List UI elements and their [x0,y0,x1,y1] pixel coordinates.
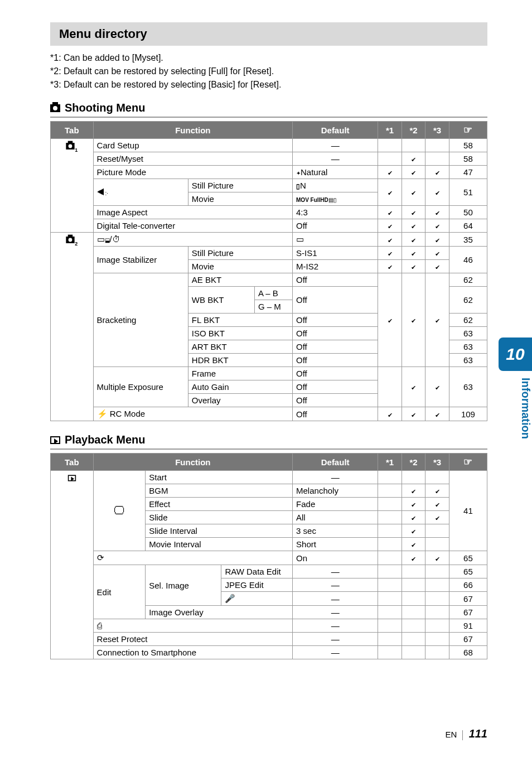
table-header-row: Tab Function Default *1 *2 *3 [51,122,487,139]
check-icon [425,260,449,273]
hdr-ref-icon [449,454,487,471]
table-row: Image Stabilizer Still Picture S-IS1 46 [51,247,487,260]
cell: G – M [254,300,292,314]
cell: Multiple Exposure [93,367,188,407]
cell [425,606,449,619]
table-row: Digital Tele-converter Off 64 [51,219,487,233]
cell [425,619,449,633]
hdr-s2: *2 [402,454,425,471]
cell: ― [293,471,378,484]
cell: Short [293,538,378,551]
shooting-menu-heading: Shooting Menu [50,102,487,118]
cell: 3 sec [293,524,378,538]
cell [402,619,425,633]
cell: Reset/Myset [93,152,292,166]
chapter-tab: 10 Information [499,337,532,483]
cell: 65 [449,551,487,565]
check-icon [425,166,449,179]
table-row: ⟳ On 65 [51,551,487,565]
cell: JPEG Edit [221,578,293,592]
hdr-s1: *1 [378,122,402,139]
cell: 109 [449,407,487,421]
cell: 63 [449,367,487,407]
cell: 63 [449,340,487,354]
cell: Still Picture [188,247,292,260]
cell: Reset Protect [93,633,292,646]
check-icon [378,273,402,367]
table-row: Bracketing AE BKT Off 62 [51,273,487,287]
cell: ― [293,633,378,646]
hdr-default: Default [293,122,378,139]
table-row: 2 ▭⬓/⏱ ▭ 35 [51,233,487,247]
check-icon [378,260,402,273]
cell: Still Picture [188,179,292,192]
cell [378,592,402,606]
cell: Movie Interval [146,538,293,551]
cell [402,633,425,646]
cell [402,565,425,578]
check-icon [402,524,425,538]
check-icon [378,219,402,233]
hdr-s3: *3 [425,454,449,471]
cell: WB BKT [188,287,254,314]
cell: 63 [449,354,487,367]
cell: Off [293,219,378,233]
cell [402,592,425,606]
cell: S-IS1 [293,247,378,260]
print-order-icon: ⎙ [93,619,292,633]
cell [378,633,402,646]
record-settings-icon: ⯇:· [93,179,188,206]
table-row: Multiple Exposure Frame Off 63 [51,367,487,380]
tab-cam2: 2 [51,233,94,421]
cell: 62 [449,273,487,287]
cell [378,498,402,511]
cell: Off [293,367,378,380]
table-row: 1 Card Setup ― 58 [51,139,487,152]
notes-block: *1: Can be added to [Myset]. *2: Default… [50,51,487,91]
check-icon [402,233,425,247]
cell: Off [293,273,378,287]
cell: Edit [93,565,146,619]
cell: Connection to Smartphone [93,646,292,659]
cell: Auto Gain [188,380,292,394]
camera-icon [50,104,60,112]
note-3: *3: Default can be restored by selecting… [50,78,487,91]
check-icon [378,206,402,219]
cell: Card Setup [93,139,292,152]
cell: ― [293,646,378,659]
cell: Off [293,407,378,421]
check-icon [402,179,425,206]
cell: 58 [449,139,487,152]
cell [402,578,425,592]
check-icon [378,166,402,179]
cell: 67 [449,606,487,619]
cell: Fade [293,498,378,511]
cell [425,524,449,538]
cell [378,367,402,407]
cell: ✦Natural [293,166,378,179]
cell: All [293,511,378,524]
cell: ― [293,592,378,606]
table-row: Reset Protect ― 67 [51,633,487,646]
cell: Digital Tele-converter [93,219,292,233]
check-icon [402,247,425,260]
tab-playback [51,471,94,659]
cell [425,646,449,659]
mic-icon: 🎤 [221,592,293,606]
cell: 50 [449,206,487,219]
cell: Bracketing [93,273,188,367]
cell: 63 [449,327,487,340]
table-row: ⯇:· Still Picture ▯N 51 [51,179,487,192]
cell: ISO BKT [188,327,292,340]
shooting-menu-table: Tab Function Default *1 *2 *3 1 Card Set… [50,121,487,421]
table-row: ⎙ ― 91 [51,619,487,633]
check-icon [425,247,449,260]
cell: ― [293,565,378,578]
cell [402,606,425,619]
cell [378,471,402,484]
table-header-row: Tab Function Default *1 *2 *3 [51,454,487,471]
hdr-s3: *3 [425,122,449,139]
cell: Movie [188,192,292,206]
cell [402,471,425,484]
cell [378,565,402,578]
